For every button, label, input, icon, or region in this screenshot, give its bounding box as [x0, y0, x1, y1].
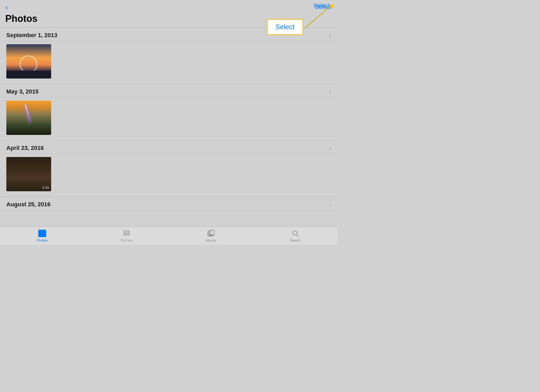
date-section-1[interactable]: September 1, 2013 › — [0, 28, 338, 41]
photo-thumb-lightning[interactable] — [6, 101, 51, 135]
search-icon — [292, 230, 299, 237]
video-duration: 0:39 — [42, 186, 49, 190]
date-section-2[interactable]: May 3, 2015 › — [0, 84, 338, 97]
albums-tab-icon — [207, 229, 215, 237]
foryou-tab-icon — [123, 229, 131, 237]
photo-thumb-ferris[interactable] — [6, 44, 51, 79]
tab-search-label: Search — [290, 238, 301, 242]
photo-row-2 — [0, 97, 338, 140]
tab-albums[interactable]: Albums — [169, 229, 253, 242]
photo-row-1 — [0, 41, 338, 84]
foryou-icon — [123, 230, 130, 237]
date-label-1: September 1, 2013 — [6, 32, 57, 39]
chevron-icon-1: › — [329, 32, 331, 38]
tab-foryou-label: For You — [121, 238, 133, 242]
content-area: September 1, 2013 › May 3, 2015 › April … — [0, 28, 338, 220]
svg-rect-8 — [210, 230, 215, 235]
svg-line-10 — [296, 234, 298, 237]
search-tab-icon — [291, 229, 299, 237]
svg-rect-3 — [125, 233, 126, 234]
chevron-icon-3: › — [329, 145, 331, 151]
date-label-4: August 25, 2016 — [6, 201, 51, 208]
tab-photos-label: Photos — [37, 238, 47, 242]
date-section-3[interactable]: April 23, 2016 › — [0, 140, 338, 154]
tab-search[interactable]: Search — [253, 229, 338, 242]
page-title: Photos — [5, 13, 331, 24]
photos-icon — [38, 230, 46, 237]
photo-row-3: 0:39 — [0, 154, 338, 197]
date-label-3: April 23, 2016 — [6, 145, 44, 151]
tab-bar: Photos For You Albums — [0, 227, 338, 245]
chevron-icon-2: › — [329, 89, 331, 95]
tab-photos[interactable]: Photos — [0, 229, 84, 242]
tab-albums-label: Albums — [205, 238, 216, 242]
photo-thumb-desk[interactable]: 0:39 — [6, 157, 51, 191]
tab-foryou[interactable]: For You — [84, 229, 169, 242]
header-top: ‹ Select — [0, 0, 338, 11]
albums-icon — [207, 230, 215, 237]
date-section-4[interactable]: August 25, 2016 › — [0, 197, 338, 210]
chevron-icon-4: › — [329, 202, 331, 208]
back-button[interactable]: ‹ — [5, 4, 8, 11]
select-button-header[interactable]: Select — [315, 4, 331, 11]
svg-rect-1 — [124, 231, 129, 235]
date-label-2: May 3, 2015 — [6, 88, 38, 95]
photos-tab-icon — [38, 229, 46, 237]
header-title-row: Photos — [0, 11, 338, 28]
